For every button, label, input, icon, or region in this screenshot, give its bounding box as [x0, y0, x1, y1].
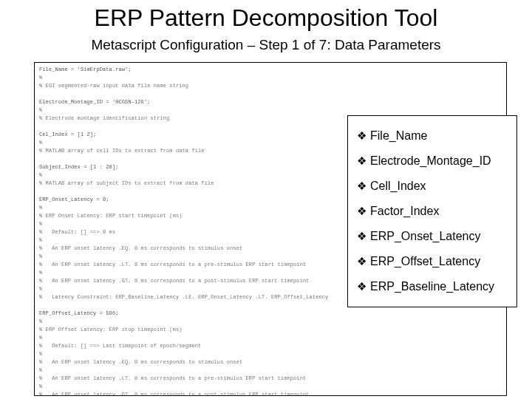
code-line: %: [39, 318, 502, 326]
diamond-bullet-icon: ❖: [357, 205, 370, 218]
code-line: % An ERP onset latency .LT. 0 ms corresp…: [39, 375, 502, 383]
page-title: ERP Pattern Decomposition Tool: [0, 4, 532, 32]
diamond-bullet-icon: ❖: [357, 255, 370, 268]
parameter-item: ❖Electrode_Montage_ID: [357, 149, 508, 174]
code-line: % An ERP onset latency .EQ. 0 ms corresp…: [39, 358, 502, 366]
code-line: %: [39, 383, 502, 391]
parameter-item: ❖ERP_Offset_Latency: [357, 249, 508, 274]
parameter-label: ERP_Onset_Latency: [370, 230, 508, 243]
code-line: %: [39, 106, 502, 115]
parameter-label: ERP_Baseline_Latency: [370, 280, 508, 293]
parameter-item: ❖File_Name: [357, 123, 508, 149]
page-subtitle: Metascript Configuration – Step 1 of 7: …: [0, 37, 532, 53]
code-line: %: [39, 366, 502, 375]
diamond-bullet-icon: ❖: [357, 154, 370, 168]
code-line: % ERP Offset Latency: ERP stop timepoint…: [39, 326, 502, 334]
parameter-item: ❖Cell_Index: [357, 174, 508, 199]
parameter-item: ❖Factor_Index: [357, 199, 508, 224]
code-line: %: [39, 74, 502, 82]
code-line: % Default: [] ==> Last timepoint of epoc…: [39, 342, 502, 350]
code-line: %: [39, 334, 502, 342]
parameter-item: ❖ERP_Onset_Latency: [357, 224, 508, 249]
parameter-label: Factor_Index: [370, 205, 508, 218]
code-line: Electrode_Montage_ID = 'HCGSN-128';: [39, 98, 502, 106]
code-line: % EGI segmented-raw input data file name…: [39, 82, 502, 90]
parameter-label: Electrode_Montage_ID: [370, 154, 508, 168]
parameter-label: ERP_Offset_Latency: [370, 255, 508, 268]
diamond-bullet-icon: ❖: [357, 129, 370, 143]
diamond-bullet-icon: ❖: [357, 230, 370, 243]
code-line: % An ERP onset latency .GT. 0 ms corresp…: [39, 391, 502, 396]
code-line: %: [39, 350, 502, 358]
parameter-list: ❖File_Name❖Electrode_Montage_ID❖Cell_Ind…: [347, 115, 517, 307]
parameter-label: File_Name: [370, 129, 508, 143]
diamond-bullet-icon: ❖: [357, 180, 370, 193]
code-line: File_Name = 'SimErpData.raw';: [39, 66, 502, 74]
code-line: [39, 90, 502, 98]
slide: ERP Pattern Decomposition Tool Metascrip…: [0, 0, 532, 399]
parameter-label: Cell_Index: [370, 180, 508, 193]
diamond-bullet-icon: ❖: [357, 280, 370, 293]
code-line: ERP_Offset_Latency = 596;: [39, 310, 502, 318]
parameter-item: ❖ERP_Baseline_Latency: [357, 274, 508, 299]
